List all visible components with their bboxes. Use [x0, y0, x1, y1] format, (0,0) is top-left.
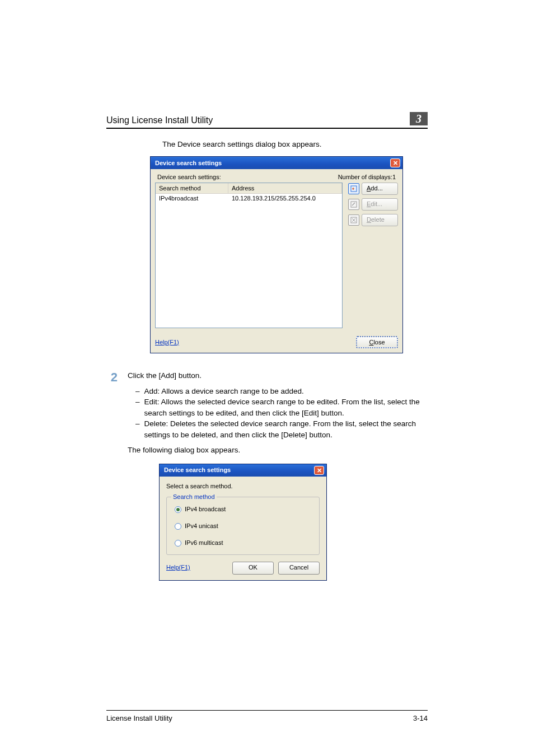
radio-icon [175, 540, 181, 547]
search-method-groupbox: Search method IPv4 broadcast IPv4 unicas… [166, 497, 320, 555]
help-link[interactable]: Help(F1) [166, 563, 190, 572]
list-item-text: Delete: Deletes the selected device sear… [144, 418, 428, 440]
list-item-text: Add: Allows a device search range to be … [144, 386, 304, 397]
ok-button[interactable]: OK [232, 562, 274, 575]
column-search-method[interactable]: Search method [156, 183, 228, 193]
edit-icon [348, 199, 359, 210]
step-number: 2 [106, 370, 118, 581]
bullet-dash: – [135, 386, 140, 397]
radio-ipv6-multicast[interactable]: IPv6 multicast [175, 539, 311, 548]
svg-rect-1 [351, 202, 357, 207]
footer-right: 3-14 [413, 714, 428, 722]
dialog-title: Device search settings [155, 160, 222, 166]
close-icon[interactable]: ✕ [390, 158, 400, 167]
delete-icon [348, 214, 359, 226]
intro-text: The Device search settings dialog box ap… [162, 140, 428, 148]
device-search-settings-dialog: Device search settings ✕ Device search s… [150, 156, 403, 353]
dialog-titlebar: Device search settings ✕ [160, 464, 326, 477]
step-instruction: Click the [Add] button. [128, 370, 428, 381]
cancel-button[interactable]: Cancel [278, 562, 320, 575]
bullet-dash: – [135, 396, 140, 418]
column-address[interactable]: Address [228, 183, 342, 193]
edit-button[interactable]: Edit... [362, 198, 398, 211]
help-link[interactable]: Help(F1) [155, 339, 179, 346]
radio-label: IPv6 multicast [185, 539, 223, 548]
list-item: – Edit: Allows the selected device searc… [128, 396, 428, 418]
settings-label: Device search settings: [157, 174, 221, 180]
cell-address: 10.128.193.215/255.255.254.0 [228, 194, 342, 203]
cell-search-method: IPv4broadcast [156, 194, 228, 203]
list-header: Search method Address [156, 183, 342, 194]
page-header: Using License Install Utility 3 [106, 112, 428, 129]
groupbox-legend: Search method [171, 493, 217, 502]
radio-ipv4-unicast[interactable]: IPv4 unicast [175, 522, 311, 531]
list-item: – Add: Allows a device search range to b… [128, 386, 428, 397]
radio-label: IPv4 broadcast [185, 505, 226, 514]
header-title: Using License Install Utility [106, 115, 213, 125]
dialog-message: Select a search method. [166, 482, 320, 491]
search-method-dialog: Device search settings ✕ Select a search… [159, 464, 327, 581]
followup-text: The following dialog box appears. [128, 445, 428, 456]
add-button[interactable]: Add... [362, 183, 398, 195]
close-button[interactable]: Close [356, 336, 398, 348]
list-item-text: Edit: Allows the selected device search … [144, 396, 428, 418]
delete-button[interactable]: Delete [362, 214, 398, 226]
footer-left: License Install Utility [106, 714, 172, 722]
radio-ipv4-broadcast[interactable]: IPv4 broadcast [175, 505, 311, 514]
page-footer: License Install Utility 3-14 [106, 710, 428, 722]
radio-label: IPv4 unicast [185, 522, 218, 531]
radio-icon [175, 506, 181, 513]
bullet-dash: – [135, 418, 140, 440]
add-icon [348, 183, 359, 194]
dialog-title: Device search settings [164, 466, 231, 475]
search-settings-list[interactable]: Search method Address IPv4broadcast 10.1… [155, 183, 343, 328]
close-icon[interactable]: ✕ [314, 466, 324, 475]
table-row[interactable]: IPv4broadcast 10.128.193.215/255.255.254… [156, 194, 342, 203]
dialog-titlebar: Device search settings ✕ [151, 157, 402, 169]
radio-icon [175, 523, 181, 530]
list-item: – Delete: Deletes the selected device se… [128, 418, 428, 440]
chapter-number-badge: 3 [410, 112, 428, 125]
displays-count-label: Number of displays:1 [338, 174, 396, 180]
